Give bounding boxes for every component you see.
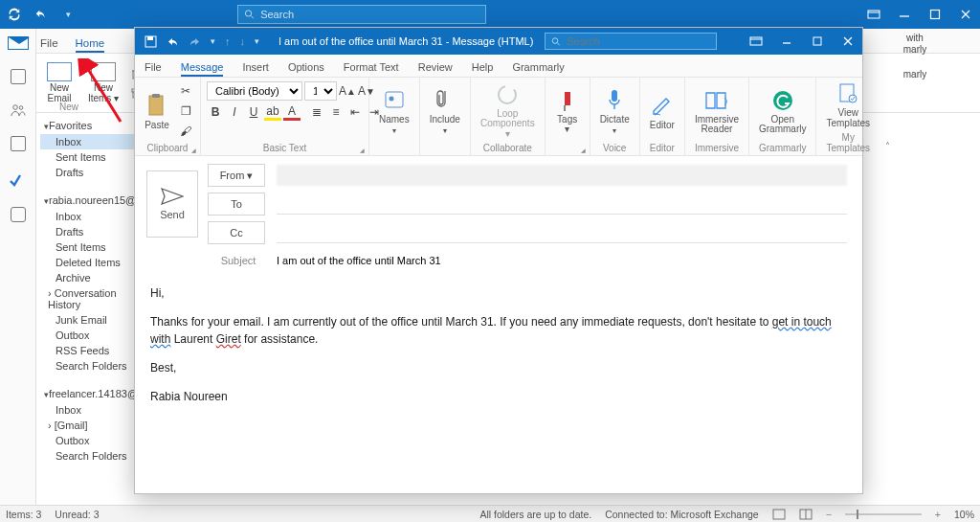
format-painter-icon[interactable]: 🖌 [177, 123, 194, 140]
font-size-select[interactable]: 11 [304, 81, 337, 101]
view-templates-button[interactable]: View Templates [822, 79, 874, 130]
qat-overflow-icon[interactable]: ▾ [255, 36, 259, 46]
compose-body[interactable]: Hi, Thanks for your email. I am currentl… [135, 271, 862, 493]
outdent-icon[interactable]: ⇤ [346, 103, 364, 121]
ribbon-display-icon[interactable] [867, 8, 880, 21]
highlight-icon[interactable]: ab [264, 103, 281, 121]
close-icon[interactable] [834, 31, 862, 52]
new-items-button[interactable]: New Items ▾ [86, 62, 121, 103]
maximize-icon[interactable] [803, 31, 832, 52]
editor-button[interactable]: Editor [646, 91, 679, 132]
sidebar-item[interactable]: Inbox [40, 402, 142, 418]
redo-icon[interactable] [189, 35, 201, 48]
names-button[interactable]: Names▾ [375, 85, 413, 137]
to-input[interactable] [277, 193, 847, 215]
undo-icon[interactable] [167, 35, 179, 48]
loop-button[interactable]: Loop Components ▾ [477, 80, 539, 142]
todo-icon[interactable] [10, 174, 27, 188]
underline-button[interactable]: U [245, 103, 262, 121]
grow-font-icon[interactable]: A▲ [339, 82, 356, 100]
subject-input[interactable] [277, 250, 847, 271]
bullets-icon[interactable]: ≣ [308, 103, 325, 121]
tab-help[interactable]: Help [472, 61, 494, 77]
next-icon[interactable]: ↓ [240, 35, 246, 47]
new-email-button[interactable]: New Email [42, 62, 77, 103]
sidebar-item[interactable]: Search Folders [40, 448, 142, 464]
svg-point-30 [389, 97, 393, 102]
tab-message[interactable]: Message [181, 61, 224, 77]
sidebar-item[interactable]: Search Folders [40, 358, 142, 374]
cut-icon[interactable]: ✂ [177, 82, 194, 100]
more-apps-icon[interactable] [11, 207, 26, 222]
view-normal-icon[interactable] [772, 509, 786, 520]
zoom-slider[interactable] [845, 513, 922, 515]
svg-rect-5 [931, 11, 940, 19]
include-button[interactable]: Include▾ [426, 85, 464, 137]
sidebar-item[interactable]: Drafts [40, 165, 142, 180]
maximize-icon[interactable] [928, 8, 942, 21]
qat-more-icon[interactable]: ▾ [61, 8, 75, 21]
sidebar-item[interactable]: Inbox [40, 134, 142, 149]
sidebar-item[interactable]: Outbox [40, 433, 142, 448]
save-icon[interactable] [145, 35, 157, 48]
sidebar-item[interactable]: › [Gmail] [40, 418, 142, 433]
tab-file[interactable]: File [145, 61, 162, 77]
to-button[interactable]: To [208, 193, 265, 216]
sidebar-item[interactable]: Drafts [40, 224, 142, 239]
collapse-ribbon-icon[interactable]: ˄ [880, 137, 896, 155]
tab-review[interactable]: Review [418, 61, 453, 77]
sidebar-group-account1[interactable]: rabia.noureen15@ [40, 192, 142, 209]
tab-grammarly[interactable]: Grammarly [512, 61, 564, 77]
group-clipboard: Clipboard [141, 141, 194, 153]
open-grammarly-button[interactable]: Open Grammarly [755, 86, 810, 137]
tab-options[interactable]: Options [288, 61, 324, 77]
sidebar-item[interactable]: Archive [40, 270, 142, 285]
sidebar-group-favorites[interactable]: Favorites [40, 117, 142, 134]
close-icon[interactable] [959, 8, 972, 21]
mail-icon[interactable] [8, 36, 29, 50]
send-button[interactable]: Send [146, 170, 198, 238]
sidebar-item[interactable]: Outbox [40, 328, 142, 343]
italic-button[interactable]: I [226, 103, 243, 121]
cc-button[interactable]: Cc [208, 221, 265, 244]
sidebar-item[interactable]: RSS Feeds [40, 343, 142, 358]
sidebar-item[interactable]: › Conversation History [40, 285, 142, 312]
sidebar-item[interactable]: Inbox [40, 209, 142, 224]
paste-button[interactable]: Paste [141, 91, 173, 132]
dictate-button[interactable]: Dictate▾ [596, 85, 634, 137]
immersive-reader-button[interactable]: Immersive Reader [691, 86, 743, 137]
refresh-icon[interactable] [8, 8, 21, 21]
prev-icon[interactable]: ↑ [225, 35, 231, 47]
qat-more-icon[interactable]: ▾ [211, 36, 215, 46]
main-search[interactable] [237, 5, 486, 24]
font-select[interactable]: Calibri (Body) [207, 81, 302, 101]
compose-search[interactable] [545, 33, 717, 50]
minimize-icon[interactable] [772, 31, 801, 52]
numbering-icon[interactable]: ≡ [327, 103, 345, 121]
calendar-icon[interactable] [11, 69, 26, 84]
tab-home[interactable]: Home [76, 37, 105, 53]
copy-icon[interactable]: ❐ [177, 102, 194, 120]
cc-input[interactable] [277, 222, 847, 243]
people-icon[interactable] [11, 103, 26, 117]
tab-insert[interactable]: Insert [242, 61, 269, 77]
compose-search-input[interactable] [567, 35, 710, 47]
from-button[interactable]: From ▾ [208, 164, 265, 187]
sidebar-item[interactable]: Deleted Items [40, 255, 142, 270]
tab-file[interactable]: File [40, 37, 58, 53]
tab-format-text[interactable]: Format Text [344, 61, 399, 77]
font-color-icon[interactable]: A [283, 103, 301, 121]
bold-button[interactable]: B [207, 103, 224, 121]
tags-button[interactable]: Tags ▾ [551, 86, 584, 137]
sidebar-item[interactable]: Junk Email [40, 312, 142, 328]
minimize-icon[interactable] [898, 8, 911, 21]
tasks-icon[interactable] [11, 136, 26, 151]
sidebar-group-account2[interactable]: freelancer.14183@ [40, 385, 142, 402]
main-search-input[interactable] [260, 9, 479, 20]
undo-icon[interactable] [34, 8, 48, 21]
sidebar-item[interactable]: Sent Items [40, 239, 142, 255]
ribbon-mode-icon[interactable] [742, 31, 770, 52]
svg-point-9 [19, 106, 23, 110]
sidebar-item[interactable]: Sent Items [40, 149, 142, 165]
view-reading-icon[interactable] [799, 509, 813, 520]
